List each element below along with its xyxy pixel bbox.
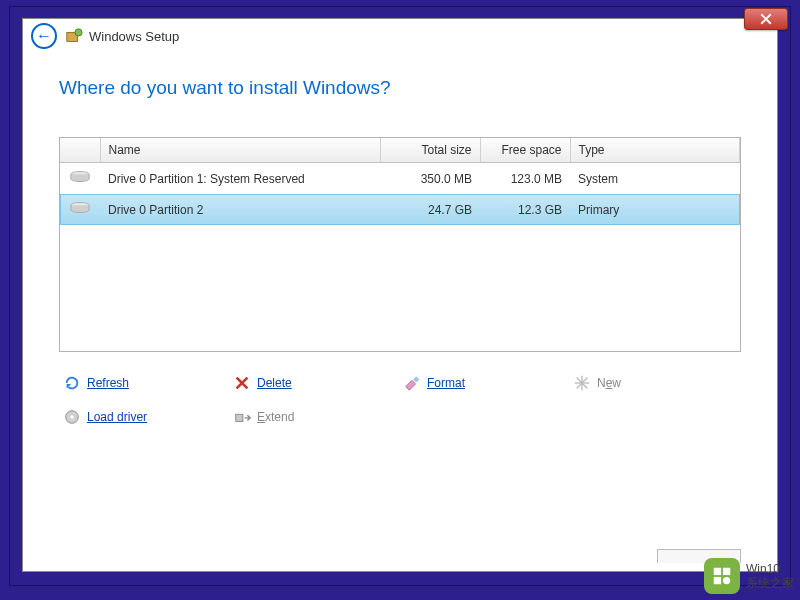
actions-row: Refresh Delete Format New — [59, 374, 741, 426]
svg-rect-4 — [413, 376, 419, 382]
watermark-logo-icon — [704, 558, 740, 594]
window-title: Windows Setup — [89, 29, 179, 44]
partition-type: Primary — [570, 194, 740, 225]
extend-action: Extend — [233, 408, 343, 426]
new-icon — [573, 374, 591, 392]
format-label: Format — [427, 376, 465, 390]
titlebar: Windows Setup — [23, 19, 777, 53]
load-driver-label: Load driver — [87, 410, 147, 424]
table-header-row: Name Total size Free space Type — [60, 138, 740, 163]
refresh-icon — [63, 374, 81, 392]
extend-icon — [233, 408, 251, 426]
page-heading: Where do you want to install Windows? — [59, 77, 741, 99]
partition-row[interactable]: Drive 0 Partition 224.7 GB12.3 GBPrimary — [60, 194, 740, 225]
partition-free-space: 123.0 MB — [480, 163, 570, 195]
format-icon — [403, 374, 421, 392]
svg-rect-12 — [714, 568, 721, 575]
partition-type: System — [570, 163, 740, 195]
header-free-space[interactable]: Free space — [480, 138, 570, 163]
watermark: Win10 系统之家 — [704, 558, 794, 594]
drive-icon — [69, 201, 91, 215]
load-driver-icon — [63, 408, 81, 426]
load-driver-action[interactable]: Load driver — [63, 408, 173, 426]
svg-point-1 — [75, 29, 82, 36]
partition-name: Drive 0 Partition 1: System Reserved — [100, 163, 380, 195]
setup-icon — [65, 27, 83, 45]
header-icon[interactable] — [60, 138, 100, 163]
partition-free-space: 12.3 GB — [480, 194, 570, 225]
delete-label: Delete — [257, 376, 292, 390]
svg-point-10 — [70, 415, 74, 419]
partition-row[interactable]: Drive 0 Partition 1: System Reserved350.… — [60, 163, 740, 195]
drive-icon-cell — [60, 194, 100, 225]
new-action: New — [573, 374, 683, 392]
svg-rect-13 — [723, 568, 730, 575]
drive-icon — [69, 170, 91, 184]
svg-point-15 — [723, 577, 730, 584]
partition-table: Name Total size Free space Type Drive 0 … — [59, 137, 741, 352]
refresh-action[interactable]: Refresh — [63, 374, 173, 392]
header-type[interactable]: Type — [570, 138, 740, 163]
partition-name: Drive 0 Partition 2 — [100, 194, 380, 225]
partition-total-size: 24.7 GB — [380, 194, 480, 225]
back-button[interactable] — [31, 23, 57, 49]
svg-rect-14 — [714, 577, 721, 584]
new-label: New — [597, 376, 621, 390]
partition-total-size: 350.0 MB — [380, 163, 480, 195]
extend-label: Extend — [257, 410, 294, 424]
header-total-size[interactable]: Total size — [380, 138, 480, 163]
refresh-label: Refresh — [87, 376, 129, 390]
content-area: Where do you want to install Windows? Na… — [23, 53, 777, 571]
delete-icon — [233, 374, 251, 392]
drive-icon-cell — [60, 163, 100, 195]
delete-action[interactable]: Delete — [233, 374, 343, 392]
svg-rect-11 — [236, 414, 243, 421]
setup-window: Windows Setup Where do you want to insta… — [22, 18, 778, 572]
format-action[interactable]: Format — [403, 374, 513, 392]
header-name[interactable]: Name — [100, 138, 380, 163]
close-button[interactable] — [744, 8, 788, 30]
watermark-text: Win10 系统之家 — [746, 562, 794, 590]
